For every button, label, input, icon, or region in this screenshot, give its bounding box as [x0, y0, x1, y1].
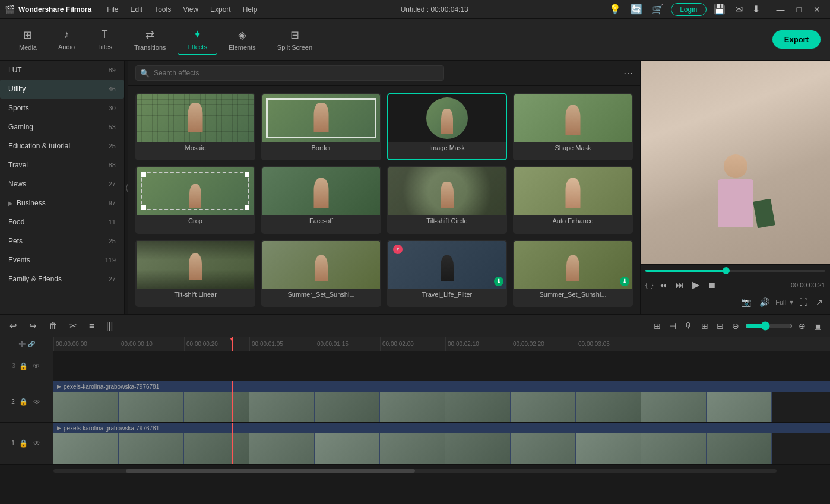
toolbar-elements[interactable]: ◈ Elements	[219, 25, 265, 55]
menu-file[interactable]: File	[102, 4, 123, 15]
export-button[interactable]: Export	[772, 30, 821, 49]
zoom-out-button[interactable]: ⊖	[730, 319, 742, 333]
effect-card-summer1[interactable]: Summer_Set_Sunshi...	[261, 240, 381, 307]
sidebar-item-pets[interactable]: Pets 25	[0, 232, 124, 251]
resize-button[interactable]: ▣	[812, 319, 824, 333]
menu-help[interactable]: Help	[238, 4, 262, 15]
ruler-marks: 00:00:00:00 00:00:00:10 00:00:00:20 00:0…	[53, 337, 830, 351]
sidebar-item-family[interactable]: Family & Friends 27	[0, 270, 124, 289]
preview-progress-fill	[645, 270, 726, 272]
voiceover-button[interactable]: 🎙	[682, 319, 695, 333]
toolbar-titles[interactable]: T Titles	[87, 25, 122, 54]
toolbar-split-screen[interactable]: ⊟ Split Screen	[268, 25, 322, 55]
bulb-icon[interactable]: 💡	[607, 1, 623, 17]
sidebar-item-events[interactable]: Events 119	[0, 251, 124, 270]
refresh-icon[interactable]: 🔄	[628, 1, 645, 17]
cut-button[interactable]: ✂	[66, 318, 81, 334]
zoom-in-button[interactable]: ⊕	[796, 319, 808, 333]
stop-button[interactable]: ⏹	[705, 278, 718, 292]
search-wrapper: 🔍	[135, 65, 619, 81]
properties-button[interactable]: ≡	[85, 318, 98, 333]
zoom-slider[interactable]	[745, 321, 793, 331]
undo-button[interactable]: ↩	[6, 318, 21, 334]
split-label: Split Screen	[277, 44, 312, 51]
toolbar-media[interactable]: ⊞ Media	[9, 25, 46, 55]
expand-button[interactable]: ↗	[813, 295, 825, 309]
effect-card-border[interactable]: Border	[261, 93, 381, 160]
sidebar-item-news[interactable]: News 27	[0, 175, 124, 194]
menu-edit[interactable]: Edit	[125, 4, 147, 15]
menu-export[interactable]: Export	[205, 4, 236, 15]
sidebar-item-utility[interactable]: Utility 46	[0, 80, 124, 99]
track-lock-2[interactable]: 🔒	[18, 397, 29, 407]
cart-icon[interactable]: 🛒	[650, 1, 666, 17]
sidebar-item-travel[interactable]: Travel 88	[0, 156, 124, 175]
volume-button[interactable]: 🔊	[757, 295, 772, 309]
menu-view[interactable]: View	[178, 4, 203, 15]
fullscreen-button[interactable]: ⛶	[797, 295, 810, 309]
snap-track-button[interactable]: 🔗	[28, 341, 35, 347]
effect-card-auto-enhance[interactable]: Auto Enhance	[513, 166, 633, 233]
track-controls-1: 1 🔒 👁	[0, 423, 53, 464]
maximize-button[interactable]: □	[792, 4, 806, 15]
play-button[interactable]: ▶	[690, 277, 702, 293]
mark-1: 00:00:00:10	[119, 337, 184, 351]
effect-card-mosaic[interactable]: Mosaic	[135, 93, 255, 160]
effect-card-image-mask[interactable]: Image Mask	[387, 93, 507, 160]
track-visible-3[interactable]: 👁	[31, 361, 41, 372]
zoom-dropdown-icon[interactable]: ▾	[790, 298, 793, 306]
effect-card-tilt-linear[interactable]: Tilt-shift Linear	[135, 240, 255, 307]
mark-in-button[interactable]: ⊣	[667, 319, 679, 333]
download-icon[interactable]: ⬇	[750, 1, 762, 17]
scroll-thumb[interactable]	[126, 469, 415, 473]
save-icon[interactable]: 💾	[711, 1, 728, 17]
grid-options-icon[interactable]: ⋯	[623, 68, 633, 79]
message-icon[interactable]: ✉	[733, 1, 745, 17]
effect-card-shape-mask[interactable]: Shape Mask	[513, 93, 633, 160]
effect-card-crop[interactable]: Crop	[135, 166, 255, 233]
effect-card-summer2[interactable]: ⬇ Summer_Set_Sunshi...	[513, 240, 633, 307]
media-label: Media	[19, 44, 37, 51]
preview-progress-bar[interactable]	[645, 270, 825, 272]
step-back-button[interactable]: ⏭	[673, 278, 686, 292]
preview-progress-thumb[interactable]	[723, 267, 730, 274]
audio-waveform-button[interactable]: |||	[103, 318, 117, 333]
effect-card-travel-life[interactable]: ♥ ⬇ Travel_Life_Filter	[387, 240, 507, 307]
close-button[interactable]: ✕	[809, 4, 825, 15]
toolbar-effects[interactable]: ✦ Effects	[178, 24, 217, 55]
sidebar-item-sports[interactable]: Sports 30	[0, 99, 124, 118]
screenshot-button[interactable]: 📷	[739, 295, 753, 309]
menu-tools[interactable]: Tools	[150, 4, 176, 15]
scroll-track[interactable]	[53, 469, 777, 473]
snap-button[interactable]: ⊞	[651, 319, 663, 333]
sidebar-item-food[interactable]: Food 11	[0, 213, 124, 232]
toolbar-transitions[interactable]: ⇄ Transitions	[125, 25, 175, 55]
search-input[interactable]	[135, 65, 444, 81]
thumb-2-9	[641, 392, 707, 422]
timeline-scrollbar[interactable]	[0, 464, 830, 476]
toolbar-audio[interactable]: ♪ Audio	[49, 25, 84, 54]
titles-label: Titles	[97, 43, 112, 50]
track-lock-1[interactable]: 🔒	[18, 438, 29, 449]
titles-icon: T	[102, 28, 108, 41]
minimize-button[interactable]: —	[772, 4, 790, 15]
track-visible-2[interactable]: 👁	[32, 397, 42, 407]
sidebar-item-business[interactable]: ▶ Business 97	[0, 194, 124, 213]
timeline-toolbar: ↩ ↪ 🗑 ✂ ≡ ||| ⊞ ⊣ 🎙 ⊞ ⊟ ⊖ ⊕ ▣	[0, 315, 830, 337]
add-track-button[interactable]: ➕	[18, 341, 26, 347]
sidebar-item-education[interactable]: Education & tutorial 25	[0, 137, 124, 156]
subtitle-button[interactable]: ⊞	[699, 319, 711, 333]
effect-card-tilt-circle[interactable]: Tilt-shift Circle	[387, 166, 507, 233]
effect-card-face-off[interactable]: Face-off	[261, 166, 381, 233]
rewind-button[interactable]: ⏮	[657, 278, 670, 292]
effect-label-shape-mask: Shape Mask	[514, 142, 632, 154]
delete-button[interactable]: 🗑	[45, 318, 61, 333]
sidebar-item-gaming[interactable]: Gaming 53	[0, 118, 124, 137]
track-lock-3[interactable]: 🔒	[18, 361, 29, 372]
effects-icon: ✦	[193, 28, 202, 41]
login-button[interactable]: Login	[671, 3, 706, 16]
sidebar-item-lut[interactable]: LUT 89	[0, 61, 124, 80]
picture-in-picture-button[interactable]: ⊟	[714, 319, 726, 333]
redo-button[interactable]: ↪	[26, 318, 40, 334]
track-visible-1[interactable]: 👁	[32, 438, 42, 449]
